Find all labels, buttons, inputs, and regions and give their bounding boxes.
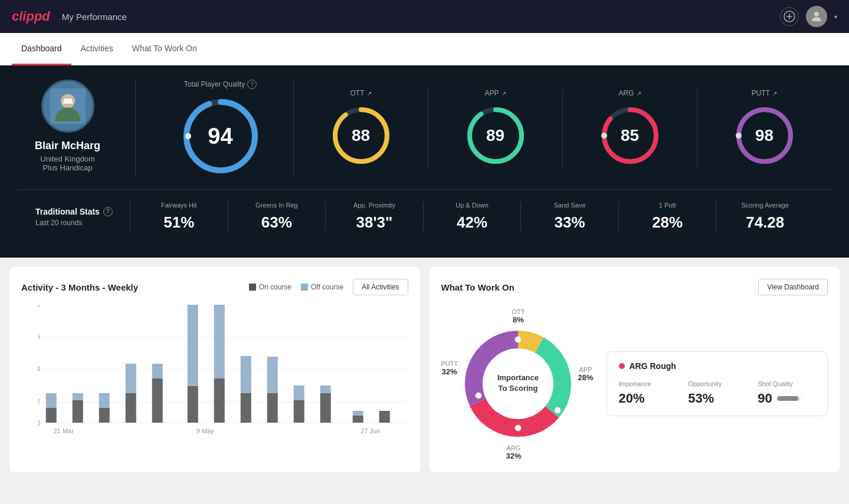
arg-arrow-icon: ↗ [637, 90, 641, 97]
user-avatar[interactable] [806, 6, 827, 27]
svg-rect-29 [46, 408, 57, 423]
svg-text:8: 8 [38, 305, 40, 308]
svg-point-15 [601, 133, 607, 139]
traditional-stats: Traditional Stats ? Last 20 rounds Fairw… [18, 189, 831, 243]
importance-value: 20% [619, 391, 677, 406]
putt-value: 98 [755, 126, 773, 145]
trad-stat-label: Scoring Average [741, 202, 789, 209]
svg-text:6: 6 [38, 333, 40, 340]
trad-title: Traditional Stats ? [35, 207, 130, 216]
trad-subtitle: Last 20 rounds [35, 219, 130, 227]
svg-rect-31 [73, 400, 83, 423]
wtwo-title: What To Work On [441, 282, 514, 292]
tab-dashboard[interactable]: Dashboard [12, 33, 71, 65]
importance-label: Importance [619, 380, 677, 387]
svg-rect-37 [152, 378, 163, 423]
off-course-dot [301, 284, 308, 291]
trad-stat-fairways: Fairways Hit 51% [130, 202, 228, 232]
ott-arrow-icon: ↗ [367, 90, 372, 97]
trad-stat-value: 42% [457, 213, 487, 232]
chart-svg: 0 2 4 6 8 [38, 305, 408, 434]
chart-legend: On course Off course [249, 283, 344, 291]
trad-stat-value: 33% [555, 213, 585, 232]
arg-value: 85 [621, 126, 639, 145]
trad-help-icon[interactable]: ? [103, 207, 113, 216]
arg-metric: ARG ↗ 85 [563, 89, 697, 168]
metrics-section: Total Player Quality ? 94 OTT ↗ [136, 80, 831, 177]
on-course-dot [249, 284, 256, 291]
all-activities-button[interactable]: All Activities [353, 279, 408, 295]
tabs-bar: Dashboard Activities What To Work On [0, 33, 849, 65]
app-gauge: 89 [463, 103, 528, 168]
shot-quality-value: 90 [758, 391, 772, 406]
legend-on-course: On course [249, 283, 291, 291]
tpq-help-icon[interactable]: ? [247, 80, 257, 89]
add-button[interactable] [780, 7, 799, 26]
shot-quality-label: Shot Quality [758, 380, 815, 387]
arg-importance-metric: Importance 20% [619, 380, 677, 406]
shot-quality-bar: 90 [758, 391, 815, 406]
player-country: United Kingdom [40, 154, 95, 163]
trad-stat-1putt: 1 Putt 28% [618, 202, 716, 232]
header-title: My Performance [62, 12, 127, 22]
wtwo-content: Importance To Scoring OTT 8% [441, 307, 828, 460]
svg-point-65 [555, 407, 560, 413]
arg-gauge: 85 [598, 103, 663, 168]
svg-text:0: 0 [38, 420, 40, 427]
trad-stat-label: Sand Save [554, 202, 586, 209]
chart-area: 0 2 4 6 8 [21, 305, 408, 437]
putt-metric: PUTT ↗ 98 [697, 89, 831, 168]
activity-chart-card: Activity - 3 Months - Weekly On course O… [9, 267, 420, 472]
svg-text:9 May: 9 May [196, 427, 214, 434]
what-to-work-on-card: What To Work On View Dashboard [430, 267, 840, 472]
svg-text:21 Mar: 21 Mar [54, 427, 74, 434]
svg-rect-41 [214, 378, 225, 423]
trad-stat-label: App. Proximity [353, 202, 395, 209]
arg-label: ARG ↗ [618, 89, 641, 97]
svg-rect-47 [294, 400, 304, 423]
chart-header: Activity - 3 Months - Weekly On course O… [21, 279, 408, 295]
tab-activities[interactable]: Activities [71, 33, 123, 65]
svg-rect-36 [126, 364, 136, 393]
svg-rect-45 [267, 393, 278, 423]
putt-donut-label: PUTT 32% [441, 360, 458, 376]
svg-rect-32 [73, 393, 83, 400]
donut-chart: Importance To Scoring OTT 8% [441, 307, 595, 460]
player-handicap: Plus Handicap [43, 163, 93, 172]
tpq-value: 94 [208, 124, 232, 149]
svg-point-3 [814, 12, 819, 17]
arg-shot-quality-metric: Shot Quality 90 [758, 380, 815, 406]
svg-rect-51 [353, 416, 363, 423]
player-name: Blair McHarg [35, 140, 100, 152]
svg-rect-42 [214, 305, 225, 378]
view-dashboard-button[interactable]: View Dashboard [758, 279, 828, 295]
header-left: clippd My Performance [12, 9, 127, 24]
trad-stat-value: 28% [652, 213, 683, 232]
arg-rough-card: ARG Rough Importance 20% Opportunity 53%… [607, 351, 828, 416]
svg-text:27 Jun: 27 Jun [360, 427, 380, 434]
ott-gauge: 88 [329, 103, 394, 168]
sq-fill [777, 396, 798, 401]
arg-card-title: ARG Rough [619, 361, 816, 371]
tpq-metric: Total Player Quality ? 94 [153, 80, 294, 177]
tab-what-to-work-on[interactable]: What To Work On [123, 33, 206, 65]
svg-rect-34 [99, 393, 110, 408]
logo[interactable]: clippd [12, 9, 50, 24]
trad-stat-scoring: Scoring Average 74.28 [716, 202, 814, 232]
trad-stat-value: 63% [261, 213, 292, 232]
svg-rect-50 [320, 386, 331, 393]
player-avatar [41, 80, 94, 133]
svg-rect-52 [353, 411, 363, 416]
svg-point-18 [736, 133, 742, 139]
svg-rect-44 [241, 356, 251, 393]
putt-label: PUTT ↗ [752, 89, 777, 97]
ott-label: OTT ↗ [350, 89, 372, 97]
legend-off-course: Off course [301, 283, 343, 291]
avatar-chevron: ▾ [834, 14, 837, 20]
header-right: ▾ [780, 6, 837, 27]
svg-rect-49 [320, 393, 331, 423]
wtwo-header: What To Work On View Dashboard [441, 279, 828, 295]
svg-rect-39 [188, 386, 198, 423]
app-value: 89 [486, 126, 504, 145]
svg-rect-38 [152, 364, 163, 378]
